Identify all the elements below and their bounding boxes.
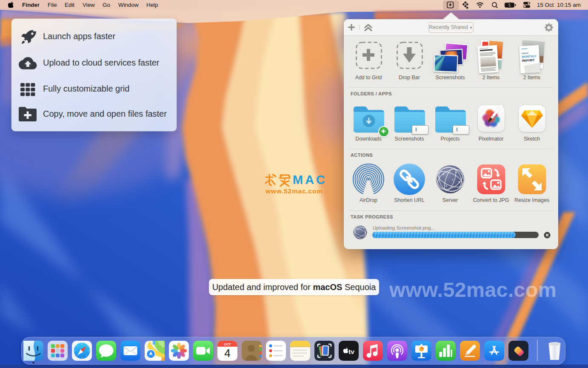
svg-text:OCT: OCT (224, 342, 231, 346)
svg-text:tv: tv (348, 348, 354, 355)
svg-text:4: 4 (224, 347, 230, 359)
